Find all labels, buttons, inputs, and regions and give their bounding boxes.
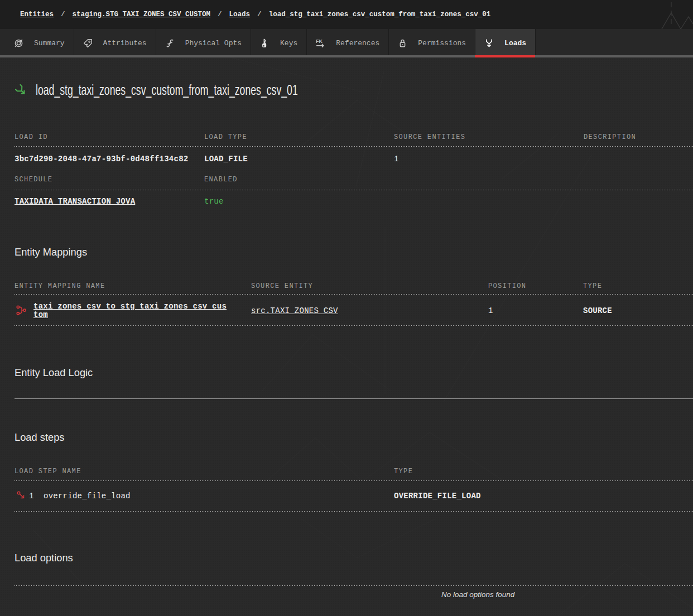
svg-text:FK: FK <box>316 38 323 44</box>
